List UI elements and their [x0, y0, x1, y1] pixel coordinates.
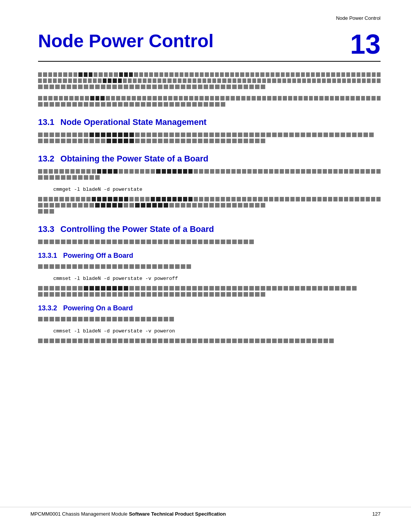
section-13-2-text-2 [38, 197, 381, 214]
section-13-2-title: Obtaining the Power State of a Board [61, 154, 209, 164]
section-13-1-number: 13.1 [38, 117, 54, 127]
subsection-13-3-1-text-2 [38, 286, 381, 297]
footer-doc-info: MPCMM0001 Chassis Management Module Soft… [30, 511, 226, 517]
footer-doc-suffix: Software Technical Product Specification [129, 511, 226, 517]
section-13-3-title: Controlling the Power State of a Board [61, 224, 214, 234]
section-13-3-number: 13.3 [38, 224, 54, 234]
header-text: Node Power Control [336, 15, 381, 21]
subsection-13-3-2-text-1 [38, 317, 381, 321]
intro-paragraph-2 [38, 96, 381, 107]
section-13-3-heading: 13.3 Controlling the Power State of a Bo… [38, 224, 381, 234]
code-set-poweron: cmmset -l bladeN -d powerstate -v powero… [53, 328, 381, 334]
footer-page-number: 127 [372, 511, 381, 517]
page-container: Node Power Control Node Power Control 13 [0, 0, 411, 532]
chapter-title-row: Node Power Control 13 [38, 30, 381, 58]
section-13-1-heading: 13.1 Node Operational State Management [38, 117, 381, 127]
subsection-13-3-2-number: 13.3.2 [38, 304, 57, 312]
subsection-13-3-1-title: Powering Off a Board [63, 252, 133, 260]
section-13-1-title: Node Operational State Management [61, 117, 207, 127]
subsection-13-3-2-text-2 [38, 339, 381, 343]
section-13-2-heading: 13.2 Obtaining the Power State of a Boar… [38, 154, 381, 164]
subsection-13-3-2-heading: 13.3.2 Powering On a Board [38, 304, 381, 312]
footer-doc-prefix: MPCMM0001 Chassis Management Module [30, 511, 127, 517]
section-13-2-number: 13.2 [38, 154, 54, 164]
intro-paragraph-1 [38, 72, 381, 89]
subsection-13-3-1-text-1 [38, 264, 381, 269]
subsection-13-3-2-title: Powering On a Board [63, 304, 133, 312]
chapter-number: 13 [350, 30, 381, 58]
section-13-1-text [38, 133, 381, 143]
subsection-13-3-1-heading: 13.3.1 Powering Off a Board [38, 252, 381, 260]
subsection-13-3-1-number: 13.3.1 [38, 252, 57, 260]
chapter-title: Node Power Control [38, 30, 213, 51]
page-footer: MPCMM0001 Chassis Management Module Soft… [0, 507, 411, 517]
content-area: Node Power Control 13 13 [38, 0, 381, 343]
code-set-poweroff: cmmset -l bladeN -d powerstate -v powero… [53, 276, 381, 281]
code-get-powerstate: cmmget -l bladeN -d powerstate [53, 187, 381, 192]
page-header: Node Power Control [336, 15, 381, 21]
chapter-divider [38, 61, 381, 62]
section-13-3-text [38, 240, 381, 244]
section-13-2-text-1 [38, 169, 381, 180]
